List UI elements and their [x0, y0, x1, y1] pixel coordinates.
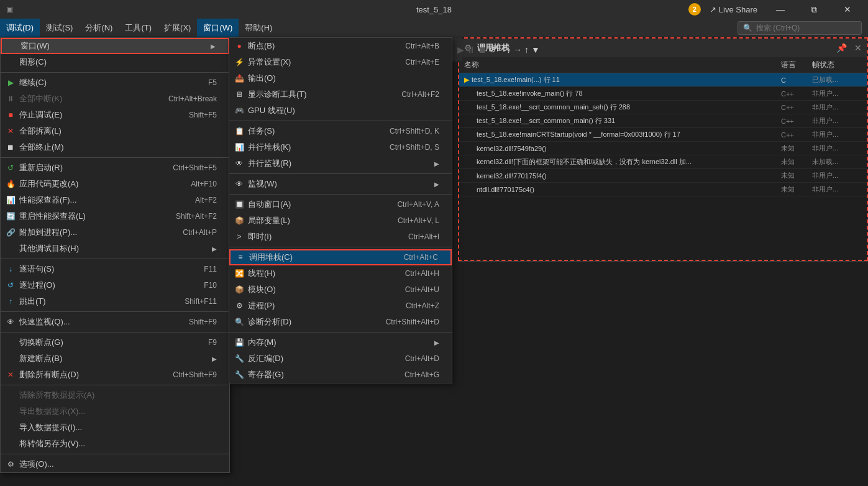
panel-unpin-icon[interactable]: ✕	[854, 43, 862, 53]
sub-watch-item[interactable]: 👁 监视(W) ▶	[229, 176, 452, 192]
callstack-row-8[interactable]: ntdll.dll!770175c4() 未知 非用户...	[459, 183, 867, 196]
sub-modules-item[interactable]: 📦 模块(O) Ctrl+Alt+U	[229, 282, 452, 298]
sub-gpu-threads-item[interactable]: 🎮 GPU 线程(U)	[229, 103, 452, 119]
menu-item-debug[interactable]: 调试(D)	[0, 19, 40, 37]
sub-threads-item[interactable]: 🔀 线程(H) Ctrl+Alt+H	[229, 265, 452, 282]
menu-item-test[interactable]: 测试(S)	[40, 19, 79, 37]
sub-diag-tools-item[interactable]: 🖥 显示诊断工具(T) Ctrl+Alt+F2	[229, 86, 452, 103]
menu-attach-item[interactable]: 🔗 附加到进程(P)... Ctrl+Alt+P	[1, 224, 229, 241]
callstack-row-1[interactable]: test_5_18.exe!invoke_main() 行 78 C++ 非用户…	[459, 87, 867, 101]
menu-step-over-item[interactable]: ↺ 逐过程(O) F10	[1, 277, 229, 293]
sub-sep2	[229, 173, 452, 174]
callstack-row-5[interactable]: kernel32.dll!7549fa29() 未知 非用户...	[459, 142, 867, 155]
toolbar-btn-step-into[interactable]: ↓	[506, 42, 511, 57]
output-label: 输出(O)	[248, 73, 439, 84]
exception-icon: ⚡	[234, 57, 244, 67]
menu-quick-watch-item[interactable]: 👁 快速监视(Q)... Shift+F9	[1, 314, 229, 330]
menu-apply-code-item[interactable]: 🔥 应用代码更改(A) Alt+F10	[1, 176, 229, 192]
apply-code-icon: 🔥	[6, 179, 16, 189]
sub-callstack-item[interactable]: ≡ 调用堆栈(C) Ctrl+Alt+C	[229, 249, 452, 265]
continue-shortcut: F5	[208, 78, 217, 87]
callstack-row-3[interactable]: test_5_18.exe!__scrt_common_main() 行 331…	[459, 114, 867, 128]
toolbar-btn-pause[interactable]: ⏸	[467, 42, 475, 57]
menu-options-item[interactable]: ⚙ 选项(O)...	[1, 456, 229, 472]
sep3	[1, 259, 229, 259]
middle-area	[452, 62, 458, 486]
menu-item-help[interactable]: 帮助(H)	[239, 19, 278, 37]
row-7-name: kernel32.dll!770175f4()	[464, 172, 781, 180]
minimize-button[interactable]: —	[766, 0, 795, 19]
menu-continue-item[interactable]: ▶ 继续(C) F5	[1, 75, 229, 91]
menu-step-out-item[interactable]: ↑ 跳出(T) Shift+F11	[1, 293, 229, 309]
menu-save-dump-item[interactable]: 将转储另存为(V)...	[1, 436, 229, 452]
live-share-button[interactable]: ↗ Live Share	[706, 4, 761, 16]
sub-output-item[interactable]: 📤 输出(O)	[229, 70, 452, 86]
search-input[interactable]	[756, 24, 849, 32]
menu-terminate-item[interactable]: ⏹ 全部终止(M)	[1, 139, 229, 155]
sub-tasks-item[interactable]: 📋 任务(S) Ctrl+Shift+D, K	[229, 123, 452, 139]
sub-breakpoint-item[interactable]: ● 断点(B) Ctrl+Alt+B	[229, 38, 452, 54]
sub-diag-analyze-item[interactable]: 🔍 诊断分析(D) Ctrl+Shift+Alt+D	[229, 314, 452, 330]
row-5-state: 非用户...	[812, 144, 862, 153]
threads-shortcut: Ctrl+Alt+H	[405, 269, 439, 278]
close-button[interactable]: ✕	[833, 0, 862, 19]
menu-restart-perf-item[interactable]: 🔄 重启性能探查器(L) Shift+Alt+F2	[1, 208, 229, 224]
stop-label: 停止调试(E)	[19, 109, 176, 121]
menu-graphics-item[interactable]: 图形(C)	[1, 54, 229, 70]
menu-step-into-item[interactable]: ↓ 逐语句(S) F11	[1, 261, 229, 277]
sub-parallel-stacks-item[interactable]: 📊 并行堆栈(K) Ctrl+Shift+D, S	[229, 139, 452, 155]
toolbar-btn-step-out[interactable]: ↑	[524, 42, 529, 57]
toolbar-btn-more[interactable]: ▼	[531, 42, 540, 57]
sub-exception-item[interactable]: ⚡ 异常设置(X) Ctrl+Alt+E	[229, 54, 452, 70]
row-0-lang: C	[781, 76, 812, 84]
toolbar-btn-step-over[interactable]: →	[513, 42, 522, 57]
row-0-name: ▶ test_5_18.exe!main(...) 行 11	[464, 75, 781, 85]
toolbar-btn-stop[interactable]: ⏹	[478, 42, 487, 57]
sub-process-item[interactable]: ⚙ 进程(P) Ctrl+Alt+Z	[229, 298, 452, 314]
terminate-icon: ⏹	[6, 142, 16, 152]
window-submenu[interactable]: ● 断点(B) Ctrl+Alt+B ⚡ 异常设置(X) Ctrl+Alt+E …	[229, 37, 452, 383]
perf-shortcut: Alt+F2	[195, 196, 217, 204]
restart-perf-label: 重启性能探查器(L)	[19, 211, 163, 222]
menu-new-bp-item[interactable]: 新建断点(B) ▶	[1, 351, 229, 367]
menu-other-targets-item[interactable]: 其他调试目标(H) ▶	[1, 241, 229, 257]
menu-perf-item[interactable]: 📊 性能探查器(F)... Alt+F2	[1, 192, 229, 208]
tasks-label: 任务(S)	[248, 126, 377, 137]
sub-disassembly-item[interactable]: 🔧 反汇编(D) Ctrl+Alt+D	[229, 351, 452, 367]
menu-item-window[interactable]: 窗口(W)	[197, 19, 239, 37]
toolbar-btn-continue[interactable]: ▶	[457, 42, 464, 57]
sub-locals-item[interactable]: 📦 局部变量(L) Ctrl+Alt+V, L	[229, 213, 452, 229]
sub-registers-item[interactable]: 🔧 寄存器(G) Ctrl+Alt+G	[229, 367, 452, 383]
parallel-watch-arrow: ▶	[434, 160, 439, 167]
callstack-row-0[interactable]: ▶ test_5_18.exe!main(...) 行 11 C 已加载...	[459, 73, 867, 87]
menu-delete-all-bp-item[interactable]: ✕ 删除所有断点(D) Ctrl+Shift+F9	[1, 367, 229, 383]
menu-import-hints-item[interactable]: 导入数据提示(I)...	[1, 420, 229, 436]
callstack-row-4[interactable]: test_5_18.exe!mainCRTStartup(void * __fo…	[459, 128, 867, 142]
menu-item-analyze[interactable]: 分析(N)	[79, 19, 119, 37]
restore-button[interactable]: ⧉	[800, 0, 828, 19]
menu-stop-item[interactable]: ■ 停止调试(E) Shift+F5	[1, 107, 229, 123]
process-icon: ⚙	[234, 301, 244, 311]
menu-item-extend[interactable]: 扩展(X)	[158, 19, 197, 37]
row-1-lang: C++	[781, 90, 812, 98]
parallel-watch-label: 并行监视(R)	[248, 158, 431, 169]
sub-immediate-item[interactable]: > 即时(I) Ctrl+Alt+I	[229, 229, 452, 245]
new-bp-label: 新建断点(B)	[19, 353, 209, 364]
callstack-row-7[interactable]: kernel32.dll!770175f4() 未知 非用户...	[459, 169, 867, 183]
menu-window-item[interactable]: 窗口(W) ▶	[1, 38, 229, 54]
disassembly-label: 反汇编(D)	[248, 353, 393, 364]
menu-restart-item[interactable]: ↺ 重新启动(R) Ctrl+Shift+F5	[1, 160, 229, 176]
toolbar-btn-restart[interactable]: ↺	[489, 42, 496, 57]
sub-auto-window-item[interactable]: 🔲 自动窗口(A) Ctrl+Alt+V, A	[229, 196, 452, 213]
sub-parallel-watch-item[interactable]: 👁 并行监视(R) ▶	[229, 155, 452, 172]
callstack-row-6[interactable]: kernel32.dll![下面的框架可能不正确和/或缺失，没有为 kernel…	[459, 155, 867, 169]
row-0-state: 已加载...	[812, 75, 862, 85]
parallel-stacks-icon: 📊	[234, 142, 244, 152]
menu-toggle-bp-item[interactable]: 切换断点(G) F9	[1, 334, 229, 351]
sub-memory-item[interactable]: 💾 内存(M) ▶	[229, 334, 452, 351]
panel-pin-icon[interactable]: 📌	[836, 43, 847, 53]
menu-item-tools[interactable]: 工具(T)	[119, 19, 158, 37]
debug-dropdown[interactable]: 窗口(W) ▶ 图形(C) ▶ 继续(C) F5 ⏸ 全部中断(K) Ctrl+…	[0, 37, 230, 473]
menu-detach-item[interactable]: ✕ 全部拆离(L)	[1, 123, 229, 139]
callstack-row-2[interactable]: test_5_18.exe!__scrt_common_main_seh() 行…	[459, 101, 867, 114]
